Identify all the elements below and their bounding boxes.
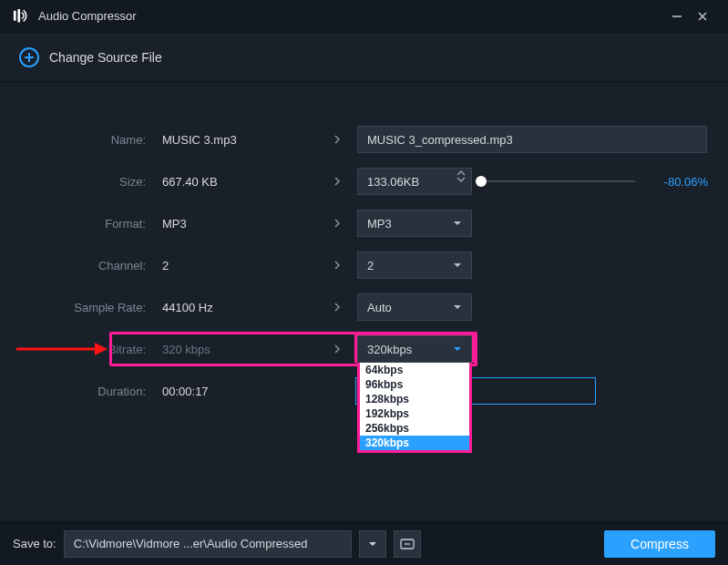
save-to-label: Save to: xyxy=(13,537,56,550)
current-format: MP3 xyxy=(155,217,328,231)
caret-down-icon xyxy=(453,304,462,310)
bitrate-option[interactable]: 256kbps xyxy=(360,421,469,436)
chevron-right-icon xyxy=(328,344,346,354)
current-size: 667.40 KB xyxy=(155,175,328,189)
footer: Save to: C:\Vidmore\Vidmore ...er\Audio … xyxy=(0,521,728,565)
bitrate-dropdown: 64kbps 96kbps 128kbps 192kbps 256kbps 32… xyxy=(357,363,472,453)
spinner-arrows[interactable] xyxy=(456,170,466,182)
svg-rect-0 xyxy=(14,11,16,21)
form: Name: MUSIC 3.mp3 Size: 667.40 KB 133.06… xyxy=(0,82,728,412)
change-source-row[interactable]: Change Source File xyxy=(0,33,728,82)
minimize-button[interactable] xyxy=(664,4,690,29)
label-name: Name: xyxy=(0,133,155,147)
row-format: Format: MP3 MP3 xyxy=(0,202,708,244)
label-channel: Channel: xyxy=(0,259,155,272)
bitrate-select-value: 320kbps xyxy=(367,343,412,356)
bitrate-select[interactable]: 320kbps xyxy=(357,335,472,363)
row-duration: Duration: 00:00:17 xyxy=(0,370,708,412)
slider-thumb[interactable] xyxy=(476,176,487,187)
sample-rate-select[interactable]: Auto xyxy=(357,293,472,321)
caret-down-icon xyxy=(453,262,462,268)
app-title: Audio Compressor xyxy=(38,9,137,23)
chevron-right-icon xyxy=(328,219,346,228)
label-bitrate: Bitrate: xyxy=(0,343,155,356)
current-bitrate: 320 kbps xyxy=(155,343,328,356)
caret-down-icon xyxy=(453,346,462,352)
output-name-input[interactable] xyxy=(357,126,707,153)
output-size-value: 133.06KB xyxy=(367,175,419,189)
bitrate-option[interactable]: 128kbps xyxy=(360,392,469,406)
sample-rate-select-value: Auto xyxy=(367,301,392,314)
size-slider[interactable] xyxy=(481,180,635,182)
output-size-spinner[interactable]: 133.06KB xyxy=(357,168,472,195)
label-duration: Duration: xyxy=(0,385,155,398)
add-icon xyxy=(18,46,40,68)
open-folder-button[interactable] xyxy=(394,530,421,558)
bitrate-option[interactable]: 320kbps xyxy=(360,436,469,450)
chevron-right-icon xyxy=(328,261,346,270)
bitrate-option[interactable]: 64kbps xyxy=(360,363,469,377)
row-name: Name: MUSIC 3.mp3 xyxy=(0,118,708,160)
caret-down-icon xyxy=(453,221,462,226)
bitrate-option[interactable]: 96kbps xyxy=(360,377,469,392)
current-sample-rate: 44100 Hz xyxy=(155,301,328,314)
save-path-dropdown-button[interactable] xyxy=(359,530,386,558)
label-size: Size: xyxy=(0,175,155,189)
current-duration: 00:00:17 xyxy=(155,385,328,398)
label-sample-rate: Sample Rate: xyxy=(0,301,155,314)
current-channel: 2 xyxy=(155,259,328,272)
bitrate-option[interactable]: 192kbps xyxy=(360,406,469,421)
chevron-right-icon xyxy=(328,177,346,186)
row-bitrate: Bitrate: 320 kbps 320kbps 64kbps 96kbps … xyxy=(0,328,708,370)
row-sample-rate: Sample Rate: 44100 Hz Auto xyxy=(0,286,708,328)
chevron-right-icon xyxy=(328,303,346,312)
label-format: Format: xyxy=(0,217,155,231)
row-size: Size: 667.40 KB 133.06KB -80.06% xyxy=(0,160,708,202)
compress-button-label: Compress xyxy=(631,537,689,551)
format-select-value: MP3 xyxy=(367,217,392,231)
save-path-text: C:\Vidmore\Vidmore ...er\Audio Compresse… xyxy=(74,537,308,550)
row-channel: Channel: 2 2 xyxy=(0,244,708,286)
app-icon xyxy=(13,9,29,24)
compress-button[interactable]: Compress xyxy=(604,530,715,558)
size-delta: -80.06% xyxy=(644,175,708,189)
save-path-box[interactable]: C:\Vidmore\Vidmore ...er\Audio Compresse… xyxy=(64,530,352,558)
current-name: MUSIC 3.mp3 xyxy=(155,133,328,147)
change-source-label: Change Source File xyxy=(49,50,162,65)
close-button[interactable] xyxy=(690,4,715,29)
channel-select[interactable]: 2 xyxy=(357,252,472,279)
channel-select-value: 2 xyxy=(367,259,374,272)
chevron-right-icon xyxy=(328,135,346,144)
format-select[interactable]: MP3 xyxy=(357,210,472,237)
titlebar: Audio Compressor xyxy=(0,0,728,33)
svg-rect-1 xyxy=(17,9,20,22)
